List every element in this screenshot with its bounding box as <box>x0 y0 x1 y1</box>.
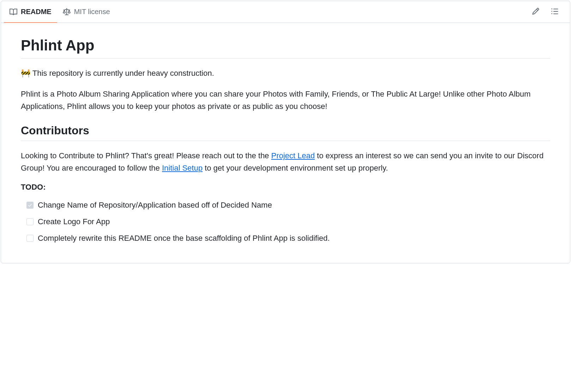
pencil-icon <box>532 7 540 16</box>
todo-heading: TODO: <box>21 183 550 192</box>
task-label: Create Logo For App <box>38 215 110 228</box>
tab-readme[interactable]: README <box>4 1 57 23</box>
checkbox-unchecked-icon <box>26 218 34 225</box>
task-item: Completely rewrite this README once the … <box>26 232 550 244</box>
readme-panel: README MIT license <box>1 1 570 263</box>
contributors-paragraph: Looking to Contribute to Phlint? That's … <box>21 149 550 174</box>
task-label: Change Name of Repository/Application ba… <box>38 199 272 211</box>
book-icon <box>10 8 17 16</box>
list-unordered-icon <box>551 7 559 16</box>
law-icon <box>63 8 71 16</box>
tab-license[interactable]: MIT license <box>57 1 116 23</box>
readme-content: Phlint App 🚧 This repository is currentl… <box>1 23 570 263</box>
tab-bar: README MIT license <box>1 1 570 23</box>
task-label: Completely rewrite this README once the … <box>38 232 330 244</box>
construction-notice: 🚧 This repository is currently under hea… <box>21 67 550 79</box>
readme-title: Phlint App <box>21 37 550 59</box>
checkbox-checked-icon <box>26 202 34 209</box>
initial-setup-link[interactable]: Initial Setup <box>162 164 203 172</box>
contributors-text-part3: to get your development environment set … <box>203 164 388 172</box>
construction-emoji: 🚧 <box>21 69 30 78</box>
contributors-heading: Contributors <box>21 124 550 141</box>
task-item: Change Name of Repository/Application ba… <box>26 199 550 211</box>
tab-readme-label: README <box>21 8 52 16</box>
app-description: Phlint is a Photo Album Sharing Applicat… <box>21 88 550 112</box>
edit-button[interactable] <box>529 5 542 19</box>
project-lead-link[interactable]: Project Lead <box>271 151 315 160</box>
contributors-text-part1: Looking to Contribute to Phlint? That's … <box>21 151 271 160</box>
outline-button[interactable] <box>548 5 561 19</box>
tab-license-label: MIT license <box>74 8 110 16</box>
checkbox-unchecked-icon <box>26 235 34 242</box>
task-item: Create Logo For App <box>26 215 550 228</box>
tab-actions <box>529 5 567 19</box>
construction-text: This repository is currently under heavy… <box>30 69 214 78</box>
task-list: Change Name of Repository/Application ba… <box>21 199 550 245</box>
